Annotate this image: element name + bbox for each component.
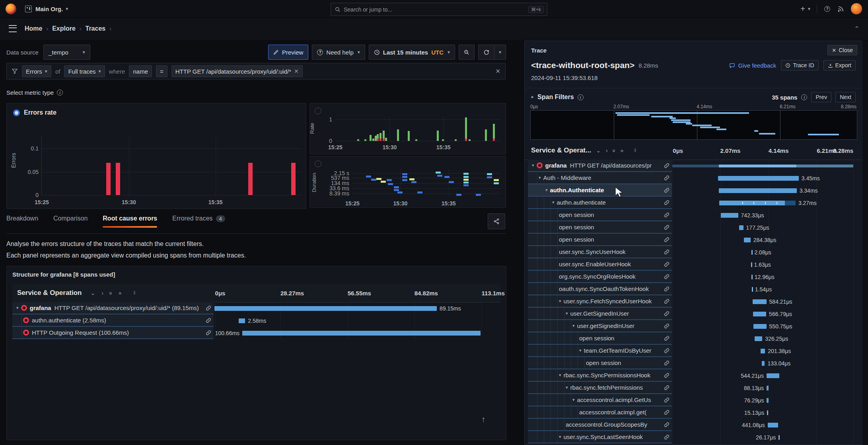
span-timeline-cell[interactable]: 12.96μs xyxy=(672,271,856,283)
link-icon[interactable] xyxy=(664,286,669,292)
link-icon[interactable] xyxy=(206,305,211,311)
span-name-cell[interactable]: open session xyxy=(528,332,672,345)
span-timeline-cell[interactable] xyxy=(672,160,856,172)
share-button[interactable] xyxy=(488,213,505,229)
span-name-cell[interactable]: oauth.sync.SyncOauthTokenHook xyxy=(528,283,672,295)
chevron-down-icon[interactable]: ▾ xyxy=(545,187,548,193)
span-bar[interactable] xyxy=(755,336,762,341)
span-row[interactable]: ▾user.getSignedInUser550.75μs xyxy=(528,320,856,332)
link-icon[interactable] xyxy=(664,274,669,279)
span-name-cell[interactable]: accesscontrol.GroupScopesBy xyxy=(528,419,672,431)
span-timeline-cell[interactable]: 76.29μs xyxy=(672,394,856,406)
chevron-down-icon[interactable]: ▾ xyxy=(566,385,568,390)
span-bar[interactable] xyxy=(751,250,753,255)
span-bar[interactable] xyxy=(767,398,769,403)
chevron-down-icon[interactable]: ▾ xyxy=(559,373,561,378)
span-name-cell[interactable]: open session xyxy=(528,357,672,369)
refresh-button[interactable] xyxy=(478,45,494,60)
link-icon[interactable] xyxy=(206,330,211,336)
span-row[interactable]: HTTP Outgoing Request (100.66ms)100.66ms xyxy=(12,327,500,339)
span-name-cell[interactable]: ▾authn.Authenticate xyxy=(528,184,672,197)
span-row[interactable]: user.sync.EnableUserHook1.63μs xyxy=(528,258,856,271)
span-row[interactable]: ▾user.GetSignedInUser566.79μs xyxy=(528,308,856,320)
span-bar[interactable] xyxy=(767,410,768,415)
span-bar[interactable] xyxy=(721,213,738,218)
collapse-one-icon[interactable]: ⌄ xyxy=(91,290,95,296)
link-icon[interactable] xyxy=(664,397,669,403)
give-feedback-link[interactable]: Give feedback xyxy=(729,62,776,69)
link-icon[interactable] xyxy=(664,311,669,316)
trace-id-button[interactable]: Trace ID xyxy=(781,60,818,70)
prev-button[interactable]: Prev xyxy=(811,92,831,102)
chevron-down-icon[interactable]: ▾ xyxy=(559,434,561,439)
span-row[interactable]: open session284.38μs xyxy=(528,234,856,246)
span-bar[interactable] xyxy=(719,188,797,193)
span-row[interactable]: oauth.sync.SyncOauthTokenHook1.54μs xyxy=(528,283,856,295)
grafana-logo[interactable] xyxy=(6,4,16,14)
span-bar[interactable] xyxy=(753,299,766,304)
breadcrumb[interactable]: Home›Explore›Traces› xyxy=(25,25,111,32)
chevron-down-icon[interactable]: ▾ xyxy=(552,200,555,205)
trace-minimap[interactable] xyxy=(530,110,857,140)
span-timeline-cell[interactable]: 544.21μs xyxy=(672,369,856,382)
info-icon[interactable]: i xyxy=(578,94,584,100)
clear-filters-icon[interactable]: ✕ xyxy=(495,68,500,75)
link-icon[interactable] xyxy=(664,348,669,353)
breadcrumb-item[interactable]: Traces xyxy=(85,25,105,32)
span-row[interactable]: ▾authn.Authenticate3.34ms xyxy=(528,184,856,197)
span-timeline-cell[interactable]: 201.38μs xyxy=(672,345,856,357)
span-row[interactable]: ▾team.GetTeamIDsByUser201.38μs xyxy=(528,345,856,357)
org-switcher[interactable]: Main Org. xyxy=(35,6,63,12)
span-name-cell[interactable]: open session xyxy=(528,209,672,221)
span-row[interactable]: ▾rbac.sync.SyncPermissionsHook544.21μs xyxy=(528,369,856,382)
link-icon[interactable] xyxy=(664,249,669,255)
span-row[interactable]: org.sync.SyncOrgRolesHook12.96μs xyxy=(528,271,856,283)
span-filters-chevron-icon[interactable]: ▾ xyxy=(529,96,535,98)
collapse-all-icon[interactable]: » xyxy=(108,292,114,294)
span-timeline-cell[interactable]: 100.66ms xyxy=(214,327,500,339)
span-bar[interactable] xyxy=(753,324,766,329)
link-icon[interactable] xyxy=(664,175,669,181)
zoom-out-button[interactable] xyxy=(459,45,475,60)
span-row[interactable]: ▾grafanaHTTP GET /api/datasources/proxy/… xyxy=(12,302,500,314)
link-icon[interactable] xyxy=(664,237,669,242)
chevron-down-icon[interactable]: ▾ xyxy=(532,163,534,168)
span-row[interactable]: ▾rbac.sync.fetchPermissions88.13μs xyxy=(528,382,856,394)
span-name-cell[interactable]: ▾user.sync.SyncLastSeenHook xyxy=(528,431,672,443)
help-icon[interactable]: ? xyxy=(824,6,830,12)
span-bar[interactable] xyxy=(752,287,753,292)
breadcrumb-item[interactable]: Home xyxy=(25,25,42,32)
span-name-cell[interactable]: user.sync.SyncUserHook xyxy=(528,246,672,258)
span-bar[interactable] xyxy=(761,349,765,353)
span-filters-label[interactable]: Span Filters xyxy=(537,94,574,101)
remove-filter-icon[interactable]: ✕ xyxy=(294,68,299,74)
tab-comparison[interactable]: Comparison xyxy=(53,215,88,228)
span-name-cell[interactable]: open session xyxy=(528,221,672,234)
chevron-down-icon[interactable]: ▾ xyxy=(16,305,19,310)
span-row[interactable]: authn.authenticate (2.58ms)2.58ms xyxy=(12,314,500,327)
span-bar[interactable] xyxy=(719,201,796,205)
rate-chart[interactable]: 1015:2515:3015:35 xyxy=(335,116,501,141)
errors-rate-radio[interactable] xyxy=(13,109,20,116)
duration-radio[interactable] xyxy=(315,160,321,167)
span-bar[interactable] xyxy=(739,225,743,230)
span-row[interactable]: ▾authn.authenticate3.27ms xyxy=(528,197,856,209)
link-icon[interactable] xyxy=(664,187,669,193)
search-input[interactable]: Search or jump to... ⌘+k xyxy=(331,3,547,16)
rate-radio[interactable] xyxy=(315,107,321,114)
span-bar[interactable] xyxy=(751,275,753,279)
span-timeline-cell[interactable]: 284.38μs xyxy=(672,234,856,246)
datasource-select[interactable]: _tempo▾ xyxy=(43,45,90,60)
span-row[interactable]: open session133.04μs xyxy=(528,357,856,369)
expand-all-icon[interactable]: » xyxy=(119,290,122,296)
span-name-cell[interactable]: ▾grafanaHTTP GET /api/datasources/pr xyxy=(528,160,672,172)
span-bar[interactable] xyxy=(768,423,778,427)
scroll-to-top-icon[interactable]: ↑ xyxy=(481,415,485,424)
span-bar[interactable] xyxy=(744,238,751,242)
user-avatar[interactable] xyxy=(850,3,862,15)
link-icon[interactable] xyxy=(664,200,669,205)
span-timeline-cell[interactable]: 177.25μs xyxy=(672,221,856,234)
link-icon[interactable] xyxy=(664,422,669,427)
chevron-down-icon[interactable]: ▾ xyxy=(572,323,575,328)
link-icon[interactable] xyxy=(664,434,669,440)
